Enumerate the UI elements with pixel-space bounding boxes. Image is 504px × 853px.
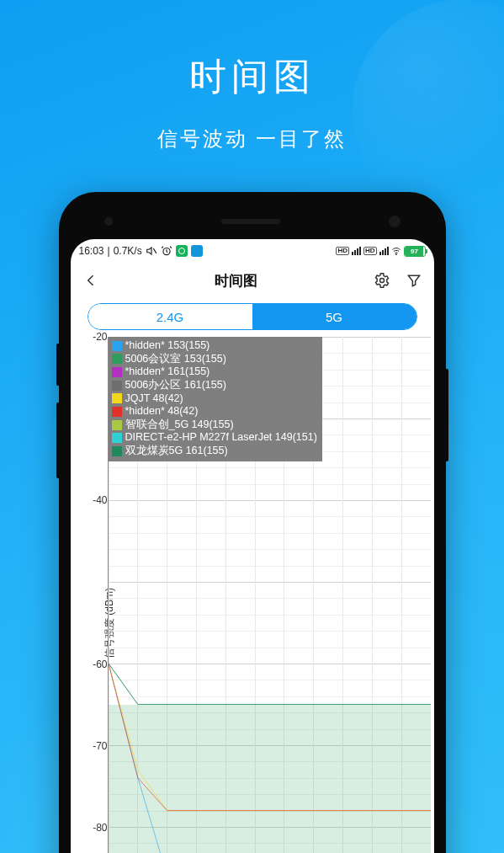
- plot-area[interactable]: *hidden* 153(155)5006会议室 153(155)*hidden…: [108, 337, 431, 853]
- mute-icon: [146, 245, 157, 257]
- wifi-icon: [391, 246, 401, 256]
- legend-label: JQJT 48(42): [125, 392, 183, 406]
- legend-item: *hidden* 153(155): [112, 339, 317, 353]
- legend-swatch-icon: [112, 433, 122, 443]
- filter-button[interactable]: [406, 272, 422, 289]
- settings-button[interactable]: [374, 272, 390, 289]
- legend-item: 5006办公区 161(155): [112, 379, 317, 392]
- legend-swatch-icon: [112, 367, 122, 377]
- phone-power-button: [446, 369, 448, 461]
- legend-item: JQJT 48(42): [112, 392, 317, 406]
- legend-swatch-icon: [112, 393, 122, 403]
- battery-percent: 97: [405, 246, 425, 257]
- statusbar: 16:03 | 0.7K/s HD HD: [71, 239, 434, 263]
- phone-screen: 16:03 | 0.7K/s HD HD: [71, 239, 434, 853]
- legend-swatch-icon: [112, 420, 122, 430]
- status-netspeed: 0.7K/s: [114, 245, 142, 257]
- legend: *hidden* 153(155)5006会议室 153(155)*hidden…: [109, 337, 322, 461]
- y-axis: -20-40-60-70-80: [82, 337, 108, 853]
- legend-swatch-icon: [112, 354, 122, 364]
- legend-swatch-icon: [112, 341, 122, 351]
- legend-label: 5006会议室 153(155): [125, 353, 226, 366]
- tab-5g[interactable]: 5G: [252, 304, 416, 329]
- legend-swatch-icon: [112, 407, 122, 417]
- svg-point-3: [379, 279, 384, 283]
- legend-label: *hidden* 48(42): [125, 405, 199, 419]
- svg-point-2: [395, 254, 396, 255]
- legend-label: 双龙煤炭5G 161(155): [125, 445, 228, 458]
- legend-label: 智联合创_5G 149(155): [125, 419, 234, 432]
- phone-volume-button: [56, 344, 59, 386]
- legend-swatch-icon: [112, 381, 122, 391]
- legend-item: 5006会议室 153(155): [112, 353, 317, 366]
- signal-icon: [379, 247, 389, 255]
- tab-24g[interactable]: 2.4G: [88, 304, 252, 329]
- legend-label: 5006办公区 161(155): [125, 379, 226, 392]
- signal-icon: [352, 247, 361, 255]
- svg-line-0: [153, 248, 157, 253]
- phone-mockup: 16:03 | 0.7K/s HD HD: [59, 192, 446, 853]
- legend-label: DIRECT-e2-HP M227f LaserJet 149(151): [125, 431, 317, 445]
- y-tick: -80: [93, 822, 107, 834]
- speaker-icon: [221, 219, 280, 224]
- legend-item: DIRECT-e2-HP M227f LaserJet 149(151): [112, 431, 317, 445]
- chart: 信号强度 (dBm) -20-40-60-70-80 *hidden* 153(…: [71, 337, 434, 853]
- app-header: 时间图: [71, 263, 434, 298]
- status-time: 16:03: [79, 245, 104, 257]
- legend-item: 智联合创_5G 149(155): [112, 419, 317, 432]
- app-indicator-icon: [191, 245, 203, 257]
- app-indicator-icon: [176, 245, 188, 257]
- y-tick: -70: [93, 740, 107, 752]
- camera-icon: [389, 216, 401, 227]
- bg-decoration: [353, 0, 504, 219]
- y-tick: -40: [93, 494, 107, 506]
- legend-item: *hidden* 161(155): [112, 365, 317, 379]
- y-tick: -60: [93, 658, 107, 670]
- legend-item: 双龙煤炭5G 161(155): [112, 445, 317, 458]
- legend-item: *hidden* 48(42): [112, 405, 317, 419]
- hd-icon: HD: [336, 247, 349, 255]
- status-divider: |: [108, 245, 110, 257]
- phone-notch: [71, 204, 434, 239]
- hd-icon: HD: [363, 247, 377, 255]
- alarm-icon: [161, 245, 172, 257]
- legend-label: *hidden* 153(155): [125, 339, 210, 353]
- battery-icon: 97: [404, 246, 426, 257]
- legend-label: *hidden* 161(155): [125, 365, 210, 379]
- page-title: 时间图: [215, 271, 257, 291]
- phone-volume-button: [56, 403, 59, 478]
- band-tabs: 2.4G 5G: [71, 298, 434, 337]
- y-tick: -20: [93, 331, 107, 343]
- back-button[interactable]: [82, 272, 99, 289]
- legend-swatch-icon: [112, 446, 122, 456]
- sensor-icon: [104, 217, 113, 226]
